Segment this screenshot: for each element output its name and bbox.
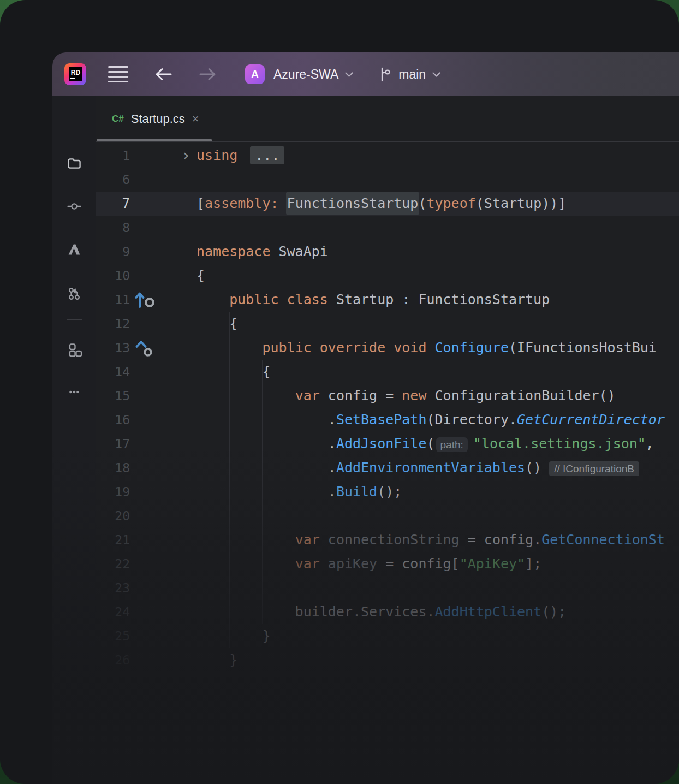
- gutter-cell[interactable]: 26: [96, 648, 194, 672]
- project-avatar[interactable]: A: [245, 64, 265, 84]
- code-line[interactable]: 10{: [96, 264, 679, 288]
- gutter-cell[interactable]: 8: [96, 216, 194, 240]
- code-text: [194, 576, 196, 600]
- code-text: .AddEnvironmentVariables()// IConfigurat…: [194, 456, 639, 480]
- line-number: 13: [115, 336, 130, 360]
- sidebar-item-structure[interactable]: [67, 342, 82, 358]
- code-text: {: [194, 264, 205, 288]
- menu-bar: [108, 81, 128, 83]
- code-line[interactable]: 14 {: [96, 360, 679, 384]
- code-token: AddEnvironmentVariables: [336, 460, 525, 476]
- code-line[interactable]: 22 var apiKey = config["ApiKey"];: [96, 552, 679, 576]
- gutter-cell[interactable]: 12: [96, 312, 194, 336]
- gutter-cell[interactable]: 1›: [96, 144, 194, 168]
- forward-button[interactable]: [198, 67, 218, 82]
- gutter-cell[interactable]: 22: [96, 552, 194, 576]
- gutter-cell[interactable]: 19: [96, 480, 194, 504]
- code-token: {: [196, 316, 237, 331]
- line-number: 22: [115, 552, 130, 576]
- chevron-down-icon: [432, 72, 441, 78]
- code-token: ];: [525, 556, 541, 572]
- editor-tab-bar: C# Startup.cs ×: [96, 96, 679, 142]
- main-menu-button[interactable]: [108, 66, 128, 83]
- code-token: [196, 340, 262, 355]
- sidebar-item-pull-requests[interactable]: [67, 286, 82, 301]
- gutter-cell[interactable]: 25: [96, 624, 194, 648]
- gutter-cell[interactable]: 21: [96, 528, 194, 552]
- implements-gutter-icon[interactable]: [134, 290, 155, 308]
- code-token: (Directory.: [426, 412, 517, 427]
- code-text: [194, 216, 196, 240]
- sidebar-item-azure[interactable]: [67, 242, 82, 257]
- code-text: [assembly: FunctionsStartup(typeof(Start…: [194, 192, 566, 216]
- gutter-cell[interactable]: 16: [96, 408, 194, 432]
- gutter-cell[interactable]: 18: [96, 456, 194, 480]
- code-line[interactable]: 23: [96, 576, 679, 600]
- tab-close-icon[interactable]: ×: [192, 113, 199, 125]
- code-line[interactable]: 16 .SetBasePath(Directory.GetCurrentDire…: [96, 408, 679, 432]
- code-token: public override void: [262, 340, 434, 355]
- code-line[interactable]: 17 .AddJsonFile(path:"local.settings.jso…: [96, 432, 679, 456]
- code-line[interactable]: 6: [96, 168, 679, 192]
- rider-logo-icon[interactable]: RD: [64, 63, 86, 85]
- code-token: builder.Services.: [196, 604, 435, 620]
- code-token: .: [196, 436, 336, 452]
- gutter-cell[interactable]: 11: [96, 288, 194, 312]
- gutter-cell[interactable]: 15: [96, 384, 194, 408]
- fold-chevron-icon[interactable]: ›: [181, 144, 190, 168]
- code-line[interactable]: 8: [96, 216, 679, 240]
- code-token: [196, 532, 295, 548]
- project-selector-button[interactable]: [344, 72, 354, 78]
- code-text: {: [194, 312, 237, 336]
- code-line[interactable]: 11 public class Startup : FunctionsStart…: [96, 288, 679, 312]
- line-number: 10: [115, 264, 130, 288]
- sidebar-item-more[interactable]: [67, 384, 82, 400]
- code-line[interactable]: 21 var connectionString = config.GetConn…: [96, 528, 679, 552]
- gutter-cell[interactable]: 13: [96, 336, 194, 360]
- code-editor[interactable]: 1›using ...67[assembly: FunctionsStartup…: [96, 142, 679, 784]
- branch-selector-button[interactable]: [432, 72, 441, 78]
- arrow-left-icon: [153, 67, 173, 82]
- gutter-cell[interactable]: 17: [96, 432, 194, 456]
- sidebar-item-project[interactable]: [67, 156, 82, 171]
- main-toolbar: RD A Azure-SWA: [52, 52, 679, 96]
- project-name[interactable]: Azure-SWA: [273, 67, 338, 82]
- code-line[interactable]: 25 }: [96, 624, 679, 648]
- gutter-cell[interactable]: 20: [96, 504, 194, 528]
- code-line[interactable]: 20: [96, 504, 679, 528]
- code-line[interactable]: 24 builder.Services.AddHttpClient();: [96, 600, 679, 624]
- code-text: }: [194, 624, 270, 648]
- gutter-cell[interactable]: 9: [96, 240, 194, 264]
- gutter-cell[interactable]: 23: [96, 576, 194, 600]
- back-button[interactable]: [153, 67, 173, 82]
- code-token: {: [196, 268, 205, 283]
- tool-window-bar: [52, 96, 96, 784]
- git-branch-icon: [378, 66, 392, 82]
- code-line[interactable]: 13 public override void Configure(IFunct…: [96, 336, 679, 360]
- code-text: var connectionString = config.GetConnect…: [194, 528, 665, 552]
- code-line[interactable]: 19 .Build();: [96, 480, 679, 504]
- vcs-widget[interactable]: main: [378, 66, 441, 82]
- code-line[interactable]: 7[assembly: FunctionsStartup(typeof(Star…: [96, 192, 679, 216]
- code-text: public override void Configure(IFunction…: [194, 336, 657, 360]
- code-line[interactable]: 18 .AddEnvironmentVariables()// IConfigu…: [96, 456, 679, 480]
- code-token: [: [196, 195, 205, 211]
- gutter-cell[interactable]: 10: [96, 264, 194, 288]
- sidebar-item-commit[interactable]: [67, 199, 82, 214]
- arrow-right-icon: [198, 67, 218, 82]
- code-token: .: [196, 460, 336, 476]
- gutter-cell[interactable]: 24: [96, 600, 194, 624]
- gutter-cell[interactable]: 7: [96, 192, 194, 216]
- code-line[interactable]: 26 }: [96, 648, 679, 672]
- gutter-cell[interactable]: 6: [96, 168, 194, 192]
- overrides-gutter-icon[interactable]: [134, 338, 154, 357]
- code-line[interactable]: 9namespace SwaApi: [96, 240, 679, 264]
- code-line[interactable]: 15 var config = new ConfigurationBuilder…: [96, 384, 679, 408]
- gutter-cell[interactable]: 14: [96, 360, 194, 384]
- code-token: new: [402, 388, 434, 403]
- line-number: 7: [122, 192, 130, 216]
- code-line[interactable]: 1›using ...: [96, 144, 679, 168]
- code-line[interactable]: 12 {: [96, 312, 679, 336]
- tab-startup-cs[interactable]: C# Startup.cs ×: [96, 96, 212, 141]
- code-token: (: [418, 195, 426, 211]
